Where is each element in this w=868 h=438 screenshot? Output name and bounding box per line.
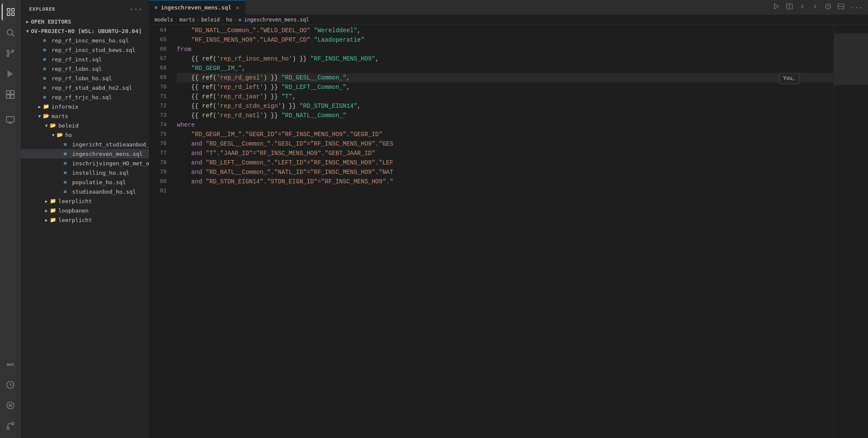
svg-rect-0 — [7, 9, 10, 11]
sql-file-icon13: ≡ — [64, 189, 70, 195]
editor-area: ≡ ingeschreven_mens.sql × — [149, 0, 868, 438]
sql-file-icon10: ≡ — [64, 160, 70, 166]
sql-file-icon6: ≡ — [43, 85, 50, 91]
leerplicht-folder-icon: 📁 — [50, 198, 57, 204]
svg-rect-13 — [6, 95, 10, 98]
sidebar-title: EXPLORER — [29, 6, 55, 12]
svg-rect-15 — [6, 117, 14, 122]
timeline-icon[interactable] — [823, 1, 833, 13]
extensions-icon[interactable] — [2, 86, 19, 103]
folder-leerplicht2[interactable]: ▶ 📁 leerplicht — [21, 215, 149, 225]
project-chevron: ▼ — [24, 29, 31, 33]
folder-beleid[interactable]: ▼ 📂 beleid — [21, 121, 149, 130]
file-rep_rf_inst[interactable]: ≡ rep_rf_inst.sql — [21, 55, 149, 64]
tab-file-icon: ≡ — [155, 5, 158, 10]
folder-leerplicht[interactable]: ▶ 📁 leerplicht — [21, 196, 149, 206]
remote-icon[interactable] — [2, 111, 19, 128]
file-ingericht_studieaanbod_ho[interactable]: ≡ ingericht_studieaanbod_ho.sql — [21, 140, 149, 149]
svg-rect-12 — [11, 91, 14, 94]
file-inschrijvingen_HO_met_overervingen[interactable]: ≡ inschrijvingen_HO_met_overervingen.sql — [21, 158, 149, 168]
more-actions-icon[interactable]: ··· — [849, 2, 865, 13]
file-rep_rf_lobn_ho[interactable]: ≡ rep_rf_lobn_ho.sql — [21, 73, 149, 83]
code-line-79: and "RD_NATL__Common_"."NATL_ID"="RF_INS… — [177, 167, 834, 177]
sidebar: EXPLORER ··· ▶ OPEN EDITORS ▼ OV-PROJECT… — [21, 0, 149, 438]
code-content[interactable]: "RD_NATL__Common_"."WELD_DEEL_OO" "Werel… — [171, 25, 834, 438]
code-line-72: {{ ref('rep_rd_stdn_eign') }} "RD_STDN_E… — [177, 101, 834, 111]
ho-folder-icon: 📂 — [57, 132, 64, 138]
sql-file-icon9: ≡ — [64, 151, 70, 157]
folder-closed-icon: 📁 — [43, 103, 50, 110]
source-control-icon[interactable] — [2, 45, 19, 62]
breadcrumb-file[interactable]: ingeschreven_mens.sql — [244, 17, 309, 23]
run-debug-icon[interactable] — [2, 65, 19, 82]
code-line-75: "RD_GEGR__IM_"."GEGR_ID"="RF_INSC_MENS_H… — [177, 130, 834, 139]
file-instelling_ho[interactable]: ≡ instelling_ho.sql — [21, 168, 149, 177]
svg-point-22 — [7, 427, 9, 430]
ho-chevron: ▼ — [50, 133, 57, 137]
go-back-icon[interactable] — [797, 1, 807, 13]
file-studieaanbod_ho[interactable]: ≡ studieaanbod_ho.sql — [21, 187, 149, 196]
file-rep_rf_stud_aabd_ho2[interactable]: ≡ rep_rf_stud_aabd_ho2.sql — [21, 83, 149, 92]
code-line-76: and "RD_GESL__Common_"."GESL_ID"="RF_INS… — [177, 139, 834, 149]
tab-close-button[interactable]: × — [235, 3, 240, 12]
file-tree: ▶ OPEN EDITORS ▼ OV-PROJECT-HO [WSL: UBU… — [21, 17, 149, 438]
folder-informix[interactable]: ▶ 📁 informix — [21, 102, 149, 111]
sql-file-icon12: ≡ — [64, 179, 70, 185]
svg-rect-1 — [12, 9, 14, 11]
file-rep_rf_insc_stud_bews[interactable]: ≡ rep_rf_insc_stud_bews.sql — [21, 45, 149, 55]
tab-bar-actions: ··· — [768, 0, 868, 15]
aws-icon[interactable]: aws — [2, 356, 19, 373]
sql-file-icon5: ≡ — [43, 75, 50, 81]
file-rep_rf_lobn[interactable]: ≡ rep_rf_lobn.sql — [21, 64, 149, 73]
tab-filename: ingeschreven_mens.sql — [161, 4, 231, 11]
file-rep_rf_insc_mens_ho[interactable]: ≡ rep_rf_insc_mens_ho.sql — [21, 36, 149, 45]
code-line-64: "RD_NATL__Common_"."WELD_DEEL_OO" "Werel… — [177, 26, 834, 35]
folder-marts[interactable]: ▼ 📂 marts — [21, 111, 149, 121]
code-line-68: "RD_GEGR__IM_", — [177, 64, 834, 73]
explorer-icon[interactable] — [2, 3, 19, 21]
code-line-74: where — [177, 120, 834, 130]
svg-point-6 — [7, 50, 9, 52]
history-icon[interactable] — [2, 376, 19, 393]
split-editor-icon[interactable] — [784, 1, 795, 13]
folder-ho[interactable]: ▼ 📂 ho — [21, 130, 149, 140]
breadcrumb-beleid[interactable]: beleid — [201, 17, 220, 23]
plugin-icon[interactable] — [2, 397, 19, 414]
sidebar-header: EXPLORER ··· — [21, 0, 149, 17]
leerplicht-chevron: ▶ — [43, 199, 50, 204]
code-line-70: {{ ref('rep_rd_left') }} "RD_LEFT__Commo… — [177, 82, 834, 92]
search-icon[interactable] — [2, 24, 19, 41]
breadcrumb: models › marts › beleid › ho › ≡ ingesch… — [149, 15, 868, 25]
minimap-slider[interactable] — [834, 33, 868, 85]
code-line-81 — [177, 186, 834, 196]
go-forward-icon[interactable] — [810, 1, 820, 13]
activity-bar: aws — [0, 0, 21, 438]
code-line-80: and "RD_STDN_EIGN14"."STDN_EIGN_ID"="RF_… — [177, 177, 834, 186]
svg-point-8 — [12, 50, 14, 52]
file-populatie_ho[interactable]: ≡ populatie_ho.sql — [21, 177, 149, 187]
svg-marker-25 — [774, 4, 778, 9]
leerplicht2-chevron: ▶ — [43, 218, 50, 222]
git-bottom-icon[interactable] — [2, 417, 19, 435]
loopbanen-folder-icon: 📁 — [50, 207, 57, 213]
more-options-icon[interactable]: ··· — [128, 4, 144, 14]
split-vertical-icon[interactable] — [836, 1, 846, 13]
code-line-77: and "T"."JAAR_ID"="RF_INSC_MENS_HO9"."GE… — [177, 149, 834, 158]
code-line-78: and "RD_LEFT__Common_"."LEFT_ID"="RF_INS… — [177, 158, 834, 167]
file-rep_rf_trjc_ho[interactable]: ≡ rep_rf_trjc_ho.sql — [21, 92, 149, 102]
file-ingeschreven_mens[interactable]: ≡ ingeschreven_mens.sql — [21, 149, 149, 158]
code-line-67: {{ ref('rep_rf_insc_mens_ho') }} "RF_INS… — [177, 54, 834, 64]
open-editors-section[interactable]: ▶ OPEN EDITORS — [21, 17, 149, 26]
code-line-65: "RF_INSC_MENS_HO9"."LAAD_OPRT_CD" "Laado… — [177, 35, 834, 45]
project-root-item[interactable]: ▼ OV-PROJECT-HO [WSL: UBUNTU-20.04] — [21, 26, 149, 36]
run-action-icon[interactable] — [771, 1, 782, 13]
loopbanen-chevron: ▶ — [43, 208, 50, 213]
breadcrumb-marts[interactable]: marts — [179, 17, 195, 23]
svg-point-7 — [7, 55, 9, 57]
breadcrumb-ho[interactable]: ho — [226, 17, 232, 23]
active-tab[interactable]: ≡ ingeschreven_mens.sql × — [149, 0, 246, 15]
code-editor[interactable]: 64 65 66 67 68 69 70 71 72 73 74 75 76 7… — [149, 25, 868, 438]
line-numbers: 64 65 66 67 68 69 70 71 72 73 74 75 76 7… — [149, 25, 171, 438]
breadcrumb-models[interactable]: models — [155, 17, 173, 23]
folder-loopbanen[interactable]: ▶ 📁 loopbanen — [21, 206, 149, 215]
